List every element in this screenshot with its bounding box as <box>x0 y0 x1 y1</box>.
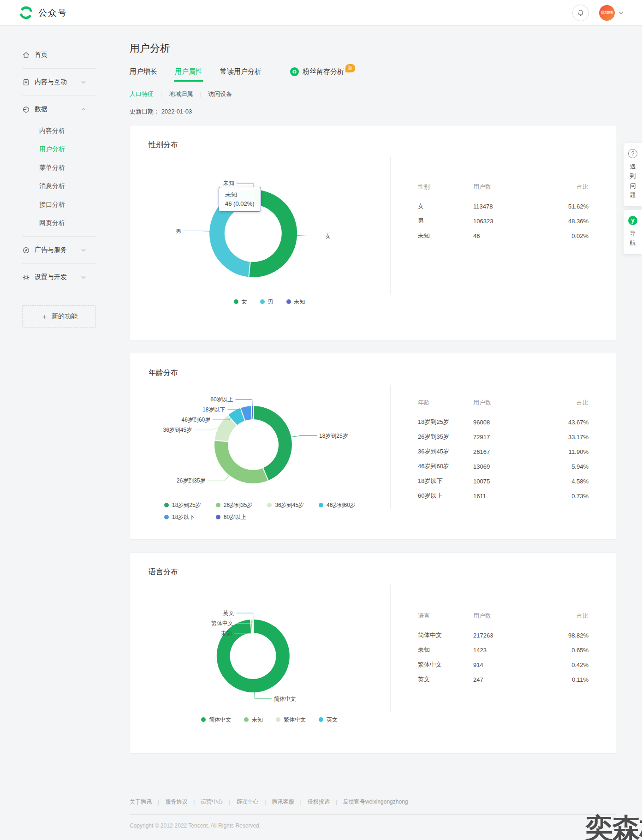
legend-item[interactable]: 36岁到45岁 <box>267 501 304 509</box>
donut-chart-canvas[interactable]: 18岁到25岁60岁以上18岁以下46岁到60岁36岁到45岁26岁到35岁 <box>149 381 388 494</box>
legend-item[interactable]: 简体中文 <box>201 716 231 724</box>
donut-segment-26岁到35岁[interactable] <box>214 440 268 483</box>
table-row: 未知14230.65% <box>418 643 588 657</box>
legend-dot <box>286 299 291 304</box>
subtab-demographics[interactable]: 人口特征 <box>130 90 154 98</box>
sidebar-data-submenu: 内容分析用户分析菜单分析消息分析接口分析网页分析 <box>22 122 86 232</box>
legend-item[interactable]: 60岁以上 <box>216 513 253 521</box>
legend-dot <box>234 299 238 304</box>
legend-dot <box>216 515 220 519</box>
slice-label: 36岁到45岁 <box>163 427 192 433</box>
language-distribution-card: 语言分布 简体中文英文繁体中文未知简体中文未知繁体中文英文 语言用户数占比简体中… <box>130 552 616 754</box>
notifications-button[interactable] <box>572 5 589 21</box>
divider <box>22 68 96 69</box>
footer-link[interactable]: 关于腾讯 <box>130 798 152 806</box>
help-feedback-button[interactable]: ? 遇到问题 <box>624 143 642 206</box>
floating-side-panel: ? 遇到问题 y 导航 <box>624 143 642 254</box>
divider: | <box>200 91 201 97</box>
donut-segment-18岁到25岁[interactable] <box>253 406 292 480</box>
segment-gap <box>251 405 252 420</box>
sidebar-subitem-菜单分析[interactable]: 菜单分析 <box>22 159 86 177</box>
legend-item[interactable]: 18岁到25岁 <box>164 501 201 509</box>
sidebar-item-home[interactable]: 首页 <box>22 44 86 66</box>
tooltip-title: 未知 <box>225 190 255 199</box>
account-menu-button[interactable] <box>618 11 624 14</box>
update-date-label: 更新日期： <box>130 108 160 115</box>
chart-tooltip: 未知 46 (0.02%) <box>219 187 261 212</box>
legend-item[interactable]: 26岁到35岁 <box>216 501 253 509</box>
footer-link[interactable]: 运营中心 <box>201 798 223 806</box>
chart-legend: 18岁到25岁26岁到35岁36岁到45岁46岁到60岁18岁以下60岁以上 <box>149 501 390 521</box>
divider <box>130 814 616 815</box>
chart-legend: 简体中文未知繁体中文英文 <box>149 716 390 724</box>
sidebar-subitem-内容分析[interactable]: 内容分析 <box>22 122 86 140</box>
table-row: 60岁以上16110.73% <box>418 489 588 503</box>
subtab-region[interactable]: 地域归属 <box>169 90 193 98</box>
sidebar-item-ads[interactable]: 广告与服务 <box>22 239 86 261</box>
sidebar-subitem-接口分析[interactable]: 接口分析 <box>22 196 86 214</box>
slice-label: 繁体中文 <box>211 620 233 626</box>
tab-user-growth[interactable]: 用户增长 <box>130 67 157 82</box>
footer-link[interactable]: 反馈官号weixingongzhong <box>343 798 408 806</box>
new-feature-button[interactable]: ＋ 新的功能 <box>22 305 96 328</box>
divider <box>22 263 96 264</box>
app-logo[interactable]: 公众号 <box>18 5 67 20</box>
sidebar-subitem-用户分析[interactable]: 用户分析 <box>22 140 86 159</box>
divider: | <box>264 799 266 805</box>
account-avatar[interactable]: 优物铺 <box>599 5 615 21</box>
divider: | <box>229 799 230 805</box>
legend-item[interactable]: 英文 <box>319 716 338 724</box>
donut-chart-canvas[interactable]: 女未知男 <box>149 154 388 292</box>
slice-label: 18岁到25岁 <box>319 433 348 439</box>
footer-link[interactable]: 侵权投诉 <box>308 798 330 806</box>
table-row: 未知460.02% <box>418 228 588 243</box>
legend-dot <box>164 515 169 519</box>
tab-regular-readers[interactable]: 常读用户分析 <box>220 67 262 82</box>
sidebar-subitem-消息分析[interactable]: 消息分析 <box>22 177 86 196</box>
tab-user-attributes[interactable]: 用户属性 <box>175 67 202 82</box>
copyright-text: Copyright © 2012-2022 Tencent. All Right… <box>130 822 616 829</box>
data-pie-icon <box>22 106 30 113</box>
legend-item[interactable]: 未知 <box>244 716 263 724</box>
donut-chart-canvas[interactable]: 简体中文英文繁体中文未知 <box>149 581 388 710</box>
legend-dot <box>276 717 280 722</box>
sidebar-item-label: 数据 <box>35 105 48 113</box>
subtab-devices[interactable]: 访问设备 <box>208 90 232 98</box>
footer-link[interactable]: 服务协议 <box>165 798 187 806</box>
sidebar-subitem-网页分析[interactable]: 网页分析 <box>22 214 86 232</box>
table-row: 女11347851.62% <box>418 199 588 214</box>
sidebar-item-label: 首页 <box>35 51 48 59</box>
gender-table: 性别用户数占比女11347851.62%男10632348.36%未知460.0… <box>391 154 597 306</box>
legend-item[interactable]: 未知 <box>286 298 305 306</box>
legend-item[interactable]: 18岁以下 <box>164 513 201 521</box>
update-date-row: 更新日期： 2022-01-03 <box>130 107 616 116</box>
sidebar-item-data[interactable]: 数据 <box>22 99 86 120</box>
slice-label: 英文 <box>223 610 234 616</box>
footer-link[interactable]: 腾讯客服 <box>272 798 294 806</box>
card-title: 语言分布 <box>130 553 616 577</box>
logo-text: 公众号 <box>38 7 67 19</box>
tooltip-value: 46 (0.02%) <box>225 199 255 209</box>
tab-fan-retention[interactable]: ♻ 粉丝留存分析 新 <box>290 67 355 82</box>
question-mark-icon: ? <box>628 149 637 158</box>
nav-icon: y <box>628 216 637 225</box>
table-header-row: 语言用户数占比 <box>418 608 588 623</box>
legend-dot <box>244 717 249 722</box>
tab-bar: 用户增长 用户属性 常读用户分析 ♻ 粉丝留存分析 新 <box>130 67 616 82</box>
navigation-button[interactable]: y 导航 <box>624 210 642 254</box>
table-row: 英文2470.11% <box>418 672 588 687</box>
divider: | <box>336 799 337 805</box>
legend-item[interactable]: 女 <box>234 298 247 306</box>
page-title: 用户分析 <box>130 42 616 55</box>
label-line <box>255 691 272 699</box>
slice-label: 女 <box>325 233 331 239</box>
footer-link[interactable]: 辟谣中心 <box>236 798 258 806</box>
sidebar-item-content[interactable]: 内容与互动 <box>22 71 86 93</box>
sidebar-item-settings[interactable]: 设置与开发 <box>22 267 86 288</box>
legend-item[interactable]: 繁体中文 <box>276 716 306 724</box>
language-table: 语言用户数占比简体中文21726398.82%未知14230.65%繁体中文91… <box>391 581 597 724</box>
retention-analysis-icon: ♻ <box>290 67 299 76</box>
legend-item[interactable]: 46岁到60岁 <box>319 501 356 509</box>
legend-item[interactable]: 男 <box>260 298 273 306</box>
gender-donut-chart: 女未知男女男未知 未知 46 (0.02%) <box>149 154 390 306</box>
